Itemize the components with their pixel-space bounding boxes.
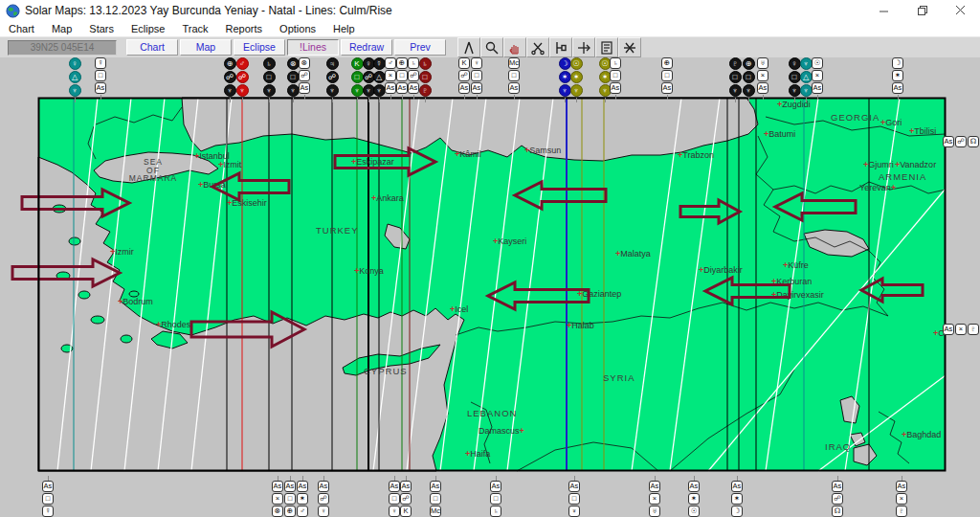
line-marker: As✶☽ (731, 476, 744, 517)
line-marker: As×♅ (649, 476, 661, 517)
line-marker: As□Mc (430, 476, 442, 517)
glyph-cell: □ (419, 71, 432, 83)
glyph-cell: □ (430, 493, 441, 505)
glyph-cell: ⊗ (272, 506, 283, 517)
glyph-cell: □ (389, 493, 400, 505)
city-label: Damascus+ (479, 426, 524, 436)
city-label: +Izmir (110, 247, 134, 257)
glyph-cell: ⊕ (284, 506, 296, 517)
line-marker: ♇□♆ (729, 57, 742, 102)
glyph-cell: As (610, 82, 621, 94)
line-marker-horizontal: As×♇ (943, 324, 980, 335)
glyph-cell: ♄ (490, 506, 501, 517)
menu-help[interactable]: Help (324, 23, 364, 34)
toolbar-button-lines[interactable]: !Lines (287, 39, 339, 56)
menu-map[interactable]: Map (43, 23, 80, 34)
glyph-cell: ♆ (69, 84, 81, 97)
glyph-cell: As (42, 481, 54, 492)
line-marker: ♀△♆ (69, 57, 81, 102)
glyph-cell: ⊗ (299, 57, 310, 69)
glyph-cell: Mc (430, 506, 441, 517)
scissors-tool-icon[interactable] (526, 37, 549, 57)
astro-map[interactable]: +Istanbul+Izmit+Bursa+Eskisehir+Izmir+Bo… (38, 98, 946, 471)
menu-eclipse[interactable]: Eclipse (122, 23, 173, 34)
city-label: Yerevan+ (859, 183, 896, 192)
glyph-cell: ⊕ (661, 57, 673, 69)
report-tool-icon[interactable] (595, 37, 618, 57)
glyph-cell: As (471, 82, 482, 94)
glyph-cell: As (832, 481, 843, 492)
clamp-tool-icon[interactable] (549, 37, 572, 57)
toolbar-button-eclipse[interactable]: Eclipse (234, 39, 285, 56)
glyph-cell: ✶ (731, 493, 743, 505)
glyph-cell: ☍ (408, 70, 419, 81)
toolbar-button-redraw[interactable]: Redraw (341, 39, 392, 56)
city-label: +Bodrum (118, 297, 153, 306)
glyph-cell: × (955, 324, 967, 335)
city-label: +Küfre (783, 260, 809, 270)
city-label: +Izmit (218, 160, 242, 169)
title-bar: Solar Maps: 13.12.2023 Yay Burcunda Yeni… (0, 0, 980, 21)
glyph-cell: ♆ (236, 84, 249, 97)
city-label: +Gori (880, 118, 902, 127)
glyph-cell: ♄ (419, 57, 432, 70)
line-marker: As□☿ (42, 476, 55, 517)
line-marker: As✶♂ (297, 476, 309, 517)
line-marker: As☍♀ (318, 476, 330, 517)
pan-hand-tool-icon[interactable] (503, 37, 526, 57)
city-label: +Batumi (764, 129, 795, 139)
line-marker: ♃☍♆ (326, 57, 339, 102)
glyph-cell: As (896, 481, 907, 492)
menu-options[interactable]: Options (271, 23, 324, 34)
glyph-cell: ♀ (389, 506, 400, 517)
glyph-cell: As (408, 82, 419, 94)
glyph-cell: ♄ (263, 57, 276, 70)
glyph-cell: As (430, 481, 441, 492)
zoom-tool-icon[interactable] (480, 37, 503, 57)
line-marker: ⊕☍♆ (224, 57, 236, 102)
line-marker: ⊕□As (661, 57, 674, 100)
glyph-cell: ♆ (743, 84, 755, 97)
country-label: GEORGIA (831, 112, 880, 123)
glyph-cell: ♂ (236, 57, 249, 70)
menu-track[interactable]: Track (173, 23, 216, 34)
minimize-button[interactable] (865, 0, 903, 21)
glyph-cell: As (389, 481, 400, 492)
menu-chart[interactable]: Chart (0, 23, 43, 34)
pointer-tool-icon[interactable] (457, 37, 480, 57)
country-label: IRAQ (825, 441, 851, 452)
glyph-cell: As (458, 82, 470, 94)
city-label: +Diyarbakir (699, 265, 743, 275)
city-label: +Malatya (615, 249, 651, 258)
glyph-cell: × (896, 493, 907, 505)
glyph-cell: ♇ (729, 57, 742, 70)
city-label: +Baghdad (902, 430, 941, 439)
glyph-cell: As (943, 136, 954, 147)
toolbar-button-map[interactable]: Map (180, 39, 232, 56)
line-marker: As☍☊ (832, 476, 844, 517)
glyph-cell: As (272, 481, 283, 492)
country-label: LEBANON (467, 408, 517, 418)
locate-tool-icon[interactable] (572, 37, 595, 57)
glyph-cell: As (318, 481, 329, 492)
line-marker: As□♄ (490, 476, 502, 517)
glyph-cell: ♆ (570, 84, 583, 97)
line-marker: ♄□♇ (419, 57, 432, 102)
cursor-coordinates: 39N25 045E14 (8, 40, 117, 56)
city-label: +Samsun (524, 146, 561, 155)
line-marker: As□⊕ (284, 476, 297, 517)
toolbar-button-prev[interactable]: Prev (394, 39, 446, 56)
city-label: +Ankara (371, 193, 404, 203)
glyph-cell: ♂ (385, 57, 396, 69)
city-label: +Gjumri (863, 160, 894, 169)
glyph-cell: ☉ (688, 506, 700, 517)
menu-stars[interactable]: Stars (80, 23, 122, 34)
close-button[interactable] (942, 0, 980, 21)
toolbar-button-chart[interactable]: Chart (126, 39, 178, 56)
restore-button[interactable] (903, 0, 942, 21)
glyph-cell: × (757, 70, 768, 81)
glyph-cell: Mc (508, 57, 520, 69)
menu-reports[interactable]: Reports (217, 23, 272, 34)
line-marker: Mc□As (508, 57, 521, 100)
close-map-tool-icon[interactable] (618, 37, 641, 57)
